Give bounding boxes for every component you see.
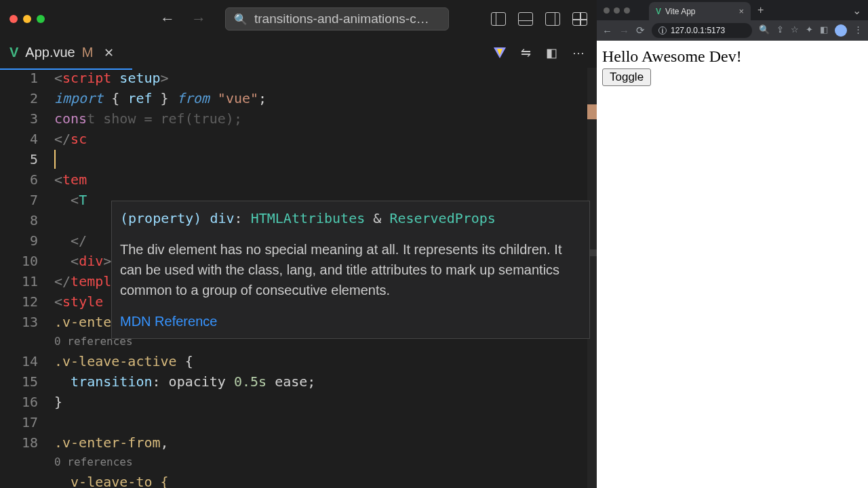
chrome-actions: 🔍 ⇪ ☆ ✦ ◧ ⋮ xyxy=(759,24,863,37)
close-tab-icon[interactable]: × xyxy=(738,6,744,16)
minimize-icon[interactable] xyxy=(614,7,620,14)
titlebar: ← → 🔍 transitions-and-animations-c… xyxy=(0,0,597,38)
address-bar[interactable]: i 127.0.0.1:5173 xyxy=(652,23,752,38)
code-editor[interactable]: 1 2 3 4 5 6 7 8 9 10 11 12 13 14 15 16 1… xyxy=(0,68,597,488)
browser-tab-title: Vite App xyxy=(665,7,695,16)
text-cursor xyxy=(54,150,56,169)
bookmark-icon[interactable]: ☆ xyxy=(791,24,799,37)
toggle-button[interactable]: Toggle xyxy=(602,68,651,86)
command-center-search[interactable]: 🔍 transitions-and-animations-c… xyxy=(225,7,449,30)
chevron-down-icon[interactable]: ⌄ xyxy=(852,4,868,17)
url-text: 127.0.0.1:5173 xyxy=(671,26,725,35)
reload-icon[interactable]: ⟳ xyxy=(636,24,645,37)
close-icon[interactable] xyxy=(604,7,610,14)
source-control-changes-icon[interactable]: ⇋ xyxy=(521,45,531,60)
site-info-icon[interactable]: i xyxy=(658,26,667,35)
tab-filename: App.vue xyxy=(25,45,75,60)
more-actions-icon[interactable]: ⋯ xyxy=(572,45,585,60)
minimize-window-icon[interactable] xyxy=(23,15,31,23)
editor-tab-app-vue[interactable]: V App.vue M ✕ xyxy=(0,38,123,68)
zoom-icon[interactable]: 🔍 xyxy=(759,24,770,37)
codelens-references[interactable]: 0 references xyxy=(54,453,597,472)
browser-tab[interactable]: V Vite App × xyxy=(649,2,751,20)
share-icon[interactable]: ⇪ xyxy=(776,24,784,37)
nav-arrows: ← → xyxy=(160,10,206,28)
fullscreen-icon[interactable] xyxy=(624,7,630,14)
line-number-gutter: 1 2 3 4 5 6 7 8 9 10 11 12 13 14 15 16 1… xyxy=(0,68,54,488)
side-panel-icon[interactable]: ◧ xyxy=(820,24,828,37)
page-heading: Hello Awesome Dev! xyxy=(602,47,863,66)
menu-icon[interactable]: ⋮ xyxy=(854,24,863,37)
forward-arrow-icon[interactable]: → xyxy=(191,10,206,28)
hover-description: The div element has no special meaning a… xyxy=(112,235,589,304)
chrome-toolbar: ← → ⟳ i 127.0.0.1:5173 🔍 ⇪ ☆ ✦ ◧ ⋮ xyxy=(597,20,868,41)
chrome-tabbar: V Vite App × + ⌄ xyxy=(597,0,868,20)
minimap-change-marker xyxy=(587,104,597,119)
close-tab-icon[interactable]: ✕ xyxy=(104,45,114,60)
hover-mdn-link[interactable]: MDN Reference xyxy=(112,304,589,334)
toggle-panel-icon[interactable] xyxy=(518,12,533,26)
hover-signature: (property) div: HTMLAttributes & Reserve… xyxy=(112,205,589,235)
chrome-traffic-lights xyxy=(604,7,630,14)
tab-modified-marker: M xyxy=(82,45,94,60)
vite-favicon-icon: V xyxy=(656,7,661,16)
back-arrow-icon[interactable]: ← xyxy=(160,10,175,28)
toggle-secondary-sidebar-icon[interactable] xyxy=(545,12,560,26)
vite-logo-icon[interactable] xyxy=(494,47,506,58)
back-icon[interactable]: ← xyxy=(602,25,612,37)
customize-layout-icon[interactable] xyxy=(572,12,587,26)
browser-window: V Vite App × + ⌄ ← → ⟳ i 127.0.0.1:5173 … xyxy=(597,0,868,488)
toggle-primary-sidebar-icon[interactable] xyxy=(491,12,506,26)
layout-icons xyxy=(491,12,587,26)
extensions-icon[interactable]: ✦ xyxy=(806,24,813,37)
rendered-page: Hello Awesome Dev! Toggle xyxy=(597,41,868,488)
vue-file-icon: V xyxy=(9,45,18,60)
hover-tooltip: (property) div: HTMLAttributes & Reserve… xyxy=(111,201,590,339)
editor-actions: ⇋ ◧ ⋯ xyxy=(494,45,597,60)
new-tab-icon[interactable]: + xyxy=(751,4,770,16)
split-editor-icon[interactable]: ◧ xyxy=(546,45,557,60)
mac-traffic-lights xyxy=(9,15,45,23)
close-window-icon[interactable] xyxy=(9,15,18,23)
forward-icon[interactable]: → xyxy=(619,25,629,37)
editor-tabbar: V App.vue M ✕ ⇋ ◧ ⋯ xyxy=(0,38,597,68)
profile-avatar-icon[interactable] xyxy=(835,24,847,37)
search-text: transitions-and-animations-c… xyxy=(254,12,429,26)
vscode-window: ← → 🔍 transitions-and-animations-c… V Ap… xyxy=(0,0,597,488)
search-icon: 🔍 xyxy=(234,13,248,26)
fullscreen-window-icon[interactable] xyxy=(37,15,45,23)
